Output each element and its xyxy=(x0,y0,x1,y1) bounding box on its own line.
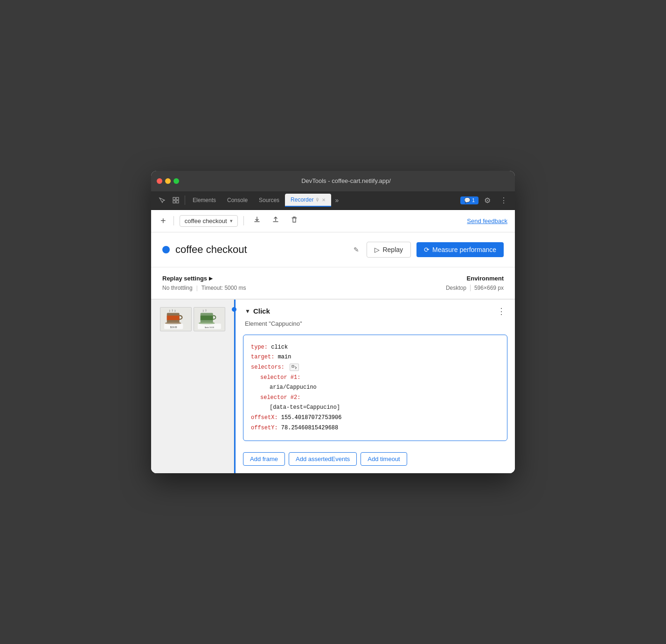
step-panel-wrapper: ▼ Click ⋮ Element "Cappucino" type: clic… xyxy=(234,300,515,473)
desktop-value: Desktop xyxy=(446,285,466,291)
step-thumbnails: $19.00 xyxy=(151,300,234,473)
recording-status-dot xyxy=(162,246,170,253)
feedback-icon: 💬 xyxy=(464,197,471,203)
settings-detail-sep: | xyxy=(196,285,198,291)
settings-expand-icon[interactable]: ▶ xyxy=(209,276,213,281)
inspect-icon-btn[interactable] xyxy=(169,195,183,205)
measure-icon: ⟳ xyxy=(424,246,430,253)
step-action-buttons: Add frame Add assertedEvents Add timeout xyxy=(236,448,515,473)
feedback-count: 1 xyxy=(472,197,475,203)
svg-rect-2 xyxy=(173,201,175,203)
svg-text:$19.00: $19.00 xyxy=(170,326,177,329)
more-options-btn[interactable]: ⋮ xyxy=(496,194,511,207)
code-selector2-val-line: [data-test=Cappucino] xyxy=(251,403,500,413)
send-feedback-link[interactable]: Send feedback xyxy=(467,217,507,224)
env-details: Desktop 596×669 px xyxy=(446,285,504,291)
tabbar: Elements Console Sources Recorder 🎙 ✕ » … xyxy=(151,191,515,210)
selector-icon[interactable] xyxy=(290,364,299,371)
env-title: Environment xyxy=(446,275,504,282)
window-title: DevTools - coffee-cart.netlify.app/ xyxy=(183,177,509,184)
replay-button[interactable]: ▷ Replay xyxy=(367,242,411,258)
timeout-value: Timeout: 5000 ms xyxy=(201,285,246,291)
env-sep xyxy=(470,285,471,291)
replay-label: Replay xyxy=(382,246,403,253)
step-code-block: type: click target: main selectors: xyxy=(243,335,507,441)
add-recording-btn[interactable]: + xyxy=(159,215,168,227)
export-btn[interactable] xyxy=(250,214,264,227)
svg-rect-12 xyxy=(200,315,213,320)
code-type-line: type: click xyxy=(251,343,500,353)
resolution-value: 596×669 px xyxy=(474,285,504,291)
tab-console[interactable]: Console xyxy=(222,194,253,206)
devtools-window: DevTools - coffee-cart.netlify.app/ Elem… xyxy=(151,171,515,473)
feedback-badge[interactable]: 💬 1 xyxy=(460,196,479,204)
tab-console-label: Console xyxy=(227,197,248,203)
step-element-label: Element "Cappucino" xyxy=(236,320,515,331)
settings-title: Replay settings ▶ xyxy=(162,275,446,282)
edit-title-icon[interactable]: ✎ xyxy=(352,245,361,254)
cursor-icon-btn[interactable] xyxy=(155,195,169,205)
code-selector1-key: selector #1: xyxy=(260,374,300,381)
code-selectors-key: selectors: xyxy=(251,364,284,371)
minimize-button[interactable] xyxy=(165,178,171,184)
tab-separator xyxy=(185,196,185,205)
titlebar: DevTools - coffee-cart.netlify.app/ xyxy=(151,171,515,191)
throttling-value: No throttling xyxy=(162,285,193,291)
tab-elements[interactable]: Elements xyxy=(187,194,222,206)
svg-rect-16 xyxy=(292,365,294,367)
tab-elements-label: Elements xyxy=(193,197,216,203)
tab-actions: 💬 1 ⚙ ⋮ xyxy=(460,194,511,207)
code-type-key: type: xyxy=(251,344,268,350)
add-frame-button[interactable]: Add frame xyxy=(243,452,285,466)
code-offsety-line: offsetY: 78.25460815429688 xyxy=(251,423,500,434)
settings-btn[interactable]: ⚙ xyxy=(480,194,494,207)
svg-rect-3 xyxy=(176,201,179,203)
thumbnail-images: $19.00 xyxy=(160,307,225,331)
toolbar: + coffee checkout ▾ Send feedback xyxy=(151,210,515,232)
recording-title: coffee checkout xyxy=(175,244,346,256)
toolbar-separator-1 xyxy=(173,216,174,225)
add-timeout-button[interactable]: Add timeout xyxy=(361,452,407,466)
recording-name: coffee checkout xyxy=(185,217,227,224)
measure-performance-button[interactable]: ⟳ Measure performance xyxy=(416,242,504,257)
add-asserted-events-button[interactable]: Add assertedEvents xyxy=(289,452,357,466)
traffic-lights xyxy=(157,178,179,184)
recording-selector[interactable]: coffee checkout ▾ xyxy=(180,215,238,227)
code-target-key: target: xyxy=(251,354,274,360)
delete-btn[interactable] xyxy=(287,214,302,227)
more-tabs-btn[interactable]: » xyxy=(331,195,342,206)
step-blue-line xyxy=(234,300,236,473)
code-offsetx-key: offsetX: xyxy=(251,414,278,421)
tab-sources[interactable]: Sources xyxy=(253,194,285,206)
code-selectors-line: selectors: xyxy=(251,363,500,373)
code-selector2-key: selector #2: xyxy=(260,394,300,401)
code-selector1-val-line: aria/Cappucino xyxy=(251,383,500,393)
svg-rect-0 xyxy=(173,197,175,200)
tab-recorder[interactable]: Recorder 🎙 ✕ xyxy=(285,194,331,207)
thumbnail-2: $tatic 50.00 xyxy=(194,307,225,331)
tab-recorder-label: Recorder xyxy=(291,196,313,203)
code-selector1-line: selector #1: xyxy=(251,373,500,383)
step-type-label: Click xyxy=(253,307,495,315)
measure-label: Measure performance xyxy=(432,246,496,253)
maximize-button[interactable] xyxy=(173,178,179,184)
collapse-step-btn[interactable]: ▼ xyxy=(245,308,250,315)
code-selector2-val: [data-test=Cappucino] xyxy=(270,404,340,411)
step-content: ▼ Click ⋮ Element "Cappucino" type: clic… xyxy=(236,300,515,473)
chevron-down-icon: ▾ xyxy=(230,218,233,224)
step-dot-indicator xyxy=(232,307,236,312)
code-selector2-line: selector #2: xyxy=(251,393,500,403)
settings-details: No throttling | Timeout: 5000 ms xyxy=(162,285,446,291)
step-area: $19.00 xyxy=(151,299,515,473)
step-more-btn[interactable]: ⋮ xyxy=(495,306,507,316)
code-offsetx-line: offsetX: 155.40187072753906 xyxy=(251,413,500,423)
svg-text:$tatic 50.00: $tatic 50.00 xyxy=(205,327,214,329)
close-button[interactable] xyxy=(157,178,162,184)
toolbar-separator-2 xyxy=(243,216,244,225)
svg-rect-6 xyxy=(166,315,179,320)
svg-rect-1 xyxy=(176,197,179,200)
environment-settings: Environment Desktop 596×669 px xyxy=(446,275,504,291)
replay-play-icon: ▷ xyxy=(375,246,380,253)
replay-settings: Replay settings ▶ No throttling | Timeou… xyxy=(162,275,446,291)
import-btn[interactable] xyxy=(268,214,283,227)
